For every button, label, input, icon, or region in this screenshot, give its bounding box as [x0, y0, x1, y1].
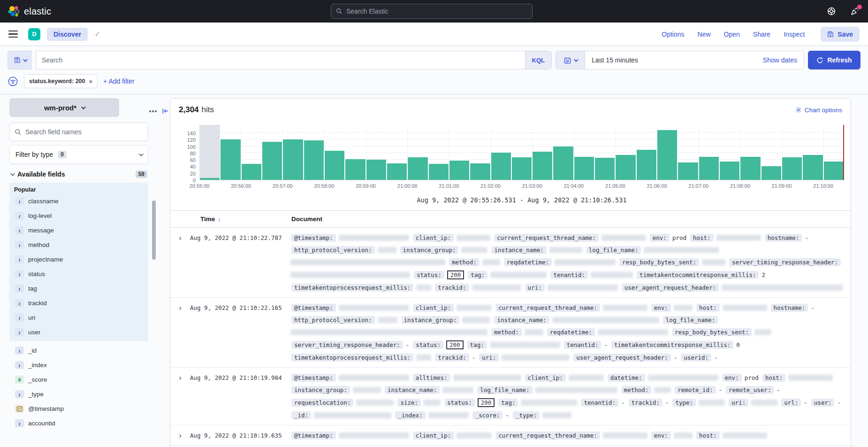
field-name-pill[interactable]: tenantid: — [581, 399, 618, 407]
field-name-pill[interactable]: _score: — [472, 411, 503, 419]
sidebar-scrollbar[interactable] — [152, 200, 156, 260]
breadcrumb-discover[interactable]: Discover — [47, 28, 88, 41]
global-search-input[interactable]: Search Elastic — [331, 4, 533, 19]
field-name-pill[interactable]: _index: — [395, 411, 426, 419]
field-name-pill[interactable]: tag: — [498, 399, 518, 407]
field-name-pill[interactable]: user_agent_request_header: — [573, 354, 671, 362]
options-button[interactable]: Options — [662, 31, 684, 38]
field-name-pill[interactable]: timetakentoprocessrequest_millis: — [291, 284, 413, 292]
field-name-pill[interactable]: trackid: — [435, 354, 469, 362]
histogram-bar[interactable] — [470, 163, 490, 180]
histogram-bar[interactable] — [262, 142, 282, 180]
field-name-pill[interactable]: @timestamp: — [291, 234, 336, 242]
date-quick-select-button[interactable] — [556, 51, 585, 69]
field-name-pill[interactable]: method: — [621, 386, 652, 394]
field-name-pill[interactable]: instance_name: — [385, 386, 440, 394]
field-name-pill[interactable]: http_protocol_version: — [291, 246, 375, 254]
remove-filter-icon[interactable]: × — [89, 78, 93, 85]
inspect-button[interactable]: Inspect — [784, 31, 805, 38]
histogram-bar[interactable] — [802, 155, 823, 180]
histogram-bar[interactable] — [304, 140, 324, 180]
field-item-message[interactable]: tmessage — [14, 223, 144, 238]
field-name-pill[interactable]: tenantid: — [564, 341, 602, 349]
newsfeed-icon[interactable] — [849, 6, 860, 17]
field-name-pill[interactable]: status: — [413, 341, 443, 349]
field-name-pill[interactable]: instance_group: — [291, 386, 350, 394]
field-item-accountid[interactable]: taccountid — [14, 416, 144, 431]
field-name-pill[interactable]: server_timing_response_header: — [291, 341, 403, 349]
field-name-pill[interactable]: tag: — [468, 271, 487, 279]
field-item-log-level[interactable]: tlog-level — [14, 208, 144, 223]
field-name-pill[interactable]: instance_name: — [494, 316, 549, 324]
histogram-bar[interactable] — [532, 152, 553, 180]
space-avatar[interactable]: D — [28, 28, 40, 40]
field-name-pill[interactable]: _type: — [513, 411, 540, 419]
field-name-pill[interactable]: resp_body_bytes_sent: — [672, 328, 752, 336]
field-name-pill[interactable]: timetakentoprocessrequest_millis: — [291, 354, 413, 362]
histogram-bar[interactable] — [428, 164, 449, 180]
field-item-trackid[interactable]: ttrackid — [14, 296, 144, 310]
field-item-@timestamp[interactable]: @timestamp — [14, 401, 144, 416]
field-name-pill[interactable]: timetakentocommitresponse_millis: — [637, 271, 759, 279]
histogram-bar[interactable] — [823, 162, 844, 180]
histogram-bar[interactable] — [761, 166, 782, 180]
highlighted-value[interactable]: 200 — [478, 398, 495, 407]
field-name-pill[interactable]: status: — [414, 271, 444, 279]
field-name-pill[interactable]: instance_group: — [400, 246, 459, 254]
field-name-pill[interactable]: userid: — [681, 354, 711, 362]
chart-options-button[interactable]: Chart options — [795, 107, 842, 114]
kql-query-input[interactable]: Search KQL — [36, 51, 552, 69]
highlighted-value[interactable]: 200 — [446, 340, 464, 349]
menu-icon[interactable] — [8, 31, 18, 38]
field-name-pill[interactable]: host: — [762, 374, 786, 382]
field-name-pill[interactable]: @timestamp: — [291, 304, 336, 312]
field-name-pill[interactable]: _id: — [291, 411, 311, 419]
histogram-bar[interactable] — [241, 164, 262, 180]
elastic-logo[interactable]: elastic — [8, 5, 51, 17]
field-item-_id[interactable]: t_id — [14, 343, 144, 358]
field-name-pill[interactable]: instance_group: — [401, 316, 460, 324]
field-name-pill[interactable]: size: — [397, 399, 421, 407]
field-name-pill[interactable]: method: — [491, 328, 522, 336]
histogram-bar[interactable] — [324, 151, 345, 180]
field-name-pill[interactable]: current_request_thread_name: — [495, 432, 600, 439]
histogram-bar[interactable] — [282, 139, 303, 180]
field-name-pill[interactable]: uri: — [525, 284, 545, 292]
field-item-tag[interactable]: ttag — [14, 281, 144, 296]
field-name-pill[interactable]: datetime: — [608, 374, 645, 382]
field-name-pill[interactable]: client_ip: — [413, 432, 454, 439]
field-name-pill[interactable]: host: — [696, 432, 720, 439]
histogram-bar[interactable] — [782, 157, 802, 180]
field-item-projectname[interactable]: tprojectname — [14, 252, 144, 267]
histogram-bar[interactable] — [553, 146, 573, 180]
kql-language-button[interactable]: KQL — [525, 51, 551, 69]
field-name-pill[interactable]: requestlocation: — [291, 399, 353, 407]
field-name-pill[interactable]: http_protocol_version: — [291, 316, 375, 324]
histogram-bar[interactable] — [366, 160, 387, 180]
field-name-pill[interactable]: client_ip: — [413, 234, 454, 242]
field-name-pill[interactable]: @timestamp: — [291, 374, 336, 382]
field-name-pill[interactable]: alltimes: — [413, 374, 450, 382]
field-name-pill[interactable]: env: — [650, 234, 670, 242]
histogram-bar[interactable] — [615, 155, 636, 180]
field-name-pill[interactable]: hostname: — [771, 304, 808, 312]
histogram-bar[interactable] — [719, 162, 740, 180]
save-button[interactable]: Save — [821, 27, 860, 42]
field-name-pill[interactable]: hostname: — [765, 234, 802, 242]
histogram-bar[interactable] — [678, 162, 698, 180]
histogram-bar[interactable] — [594, 158, 615, 180]
histogram-bar[interactable] — [699, 157, 719, 180]
help-icon[interactable] — [826, 6, 837, 17]
sort-descending-icon[interactable]: ↓ — [218, 216, 221, 223]
histogram-bar[interactable] — [387, 163, 407, 180]
field-name-pill[interactable]: current_request_thread_name: — [495, 304, 600, 312]
share-button[interactable]: Share — [753, 31, 770, 38]
field-name-pill[interactable]: trackid: — [435, 284, 469, 292]
highlighted-value[interactable]: 200 — [447, 270, 464, 279]
open-button[interactable]: Open — [724, 31, 740, 38]
field-name-pill[interactable]: remote_user: — [726, 386, 774, 394]
collapse-sidebar-icon[interactable] — [162, 108, 169, 115]
histogram-bar[interactable] — [449, 161, 470, 180]
field-name-pill[interactable]: user: — [811, 399, 835, 407]
field-name-pill[interactable]: log_file_name: — [663, 316, 718, 324]
